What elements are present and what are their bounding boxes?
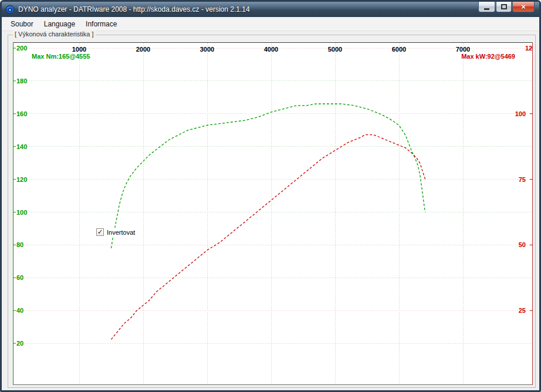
- close-button[interactable]: ×: [512, 2, 535, 12]
- close-icon: ×: [521, 3, 526, 11]
- invertovat-checkbox[interactable]: ✓ Invertovat: [95, 228, 136, 236]
- menu-language[interactable]: Language: [39, 18, 80, 30]
- svg-text:125: 125: [525, 45, 533, 52]
- svg-text:Max Nm:165@4555: Max Nm:165@4555: [32, 53, 90, 60]
- svg-text:Max kW:92@5469: Max kW:92@5469: [461, 53, 515, 60]
- svg-text:50: 50: [519, 241, 526, 248]
- svg-text:40: 40: [16, 307, 23, 314]
- svg-text:120: 120: [16, 176, 27, 183]
- menu-informace[interactable]: Informace: [80, 18, 122, 30]
- minimize-button[interactable]: [478, 2, 495, 12]
- maximize-icon: [501, 4, 507, 9]
- window-content: [ Výkonová charakteristika ] 10002000300…: [2, 31, 539, 390]
- svg-text:4000: 4000: [264, 46, 278, 53]
- svg-text:100: 100: [515, 110, 526, 117]
- svg-text:75: 75: [519, 176, 526, 183]
- app-window: DYNO analyzer - DATRIware 2008 - http://…: [0, 0, 541, 392]
- titlebar[interactable]: DYNO analyzer - DATRIware 2008 - http://…: [2, 2, 539, 17]
- app-icon[interactable]: [5, 5, 15, 14]
- svg-text:100: 100: [16, 209, 27, 216]
- svg-text:5000: 5000: [328, 46, 342, 53]
- svg-text:180: 180: [16, 77, 27, 85]
- svg-text:25: 25: [519, 307, 526, 314]
- groupbox-legend: [ Výkonová charakteristika ]: [13, 31, 96, 38]
- svg-text:7000: 7000: [456, 46, 470, 53]
- svg-text:6000: 6000: [392, 46, 406, 53]
- menu-soubor[interactable]: Soubor: [5, 18, 39, 30]
- checkbox-label: Invertovat: [107, 229, 135, 236]
- checkbox-box[interactable]: ✓: [96, 228, 104, 236]
- dyno-plot: 1000200030004000500060007000204060801001…: [13, 42, 533, 385]
- minimize-icon: [484, 8, 489, 10]
- dyno-chart-area: 1000200030004000500060007000204060801001…: [13, 42, 533, 385]
- svg-text:20: 20: [16, 340, 23, 347]
- menubar: Soubor Language Informace: [2, 17, 539, 31]
- svg-text:80: 80: [16, 241, 23, 248]
- check-icon: ✓: [97, 229, 103, 235]
- svg-text:60: 60: [16, 274, 23, 281]
- groupbox-vykonova-charakteristika: [ Výkonová charakteristika ] 10002000300…: [8, 35, 536, 388]
- svg-text:1000: 1000: [72, 46, 86, 53]
- svg-text:140: 140: [16, 143, 27, 150]
- window-controls: ×: [478, 2, 535, 12]
- window-title: DYNO analyzer - DATRIware 2008 - http://…: [18, 5, 474, 13]
- svg-text:200: 200: [16, 45, 27, 52]
- maximize-button[interactable]: [496, 2, 512, 12]
- svg-text:160: 160: [16, 110, 27, 117]
- svg-text:3000: 3000: [200, 46, 214, 53]
- svg-text:2000: 2000: [136, 46, 150, 53]
